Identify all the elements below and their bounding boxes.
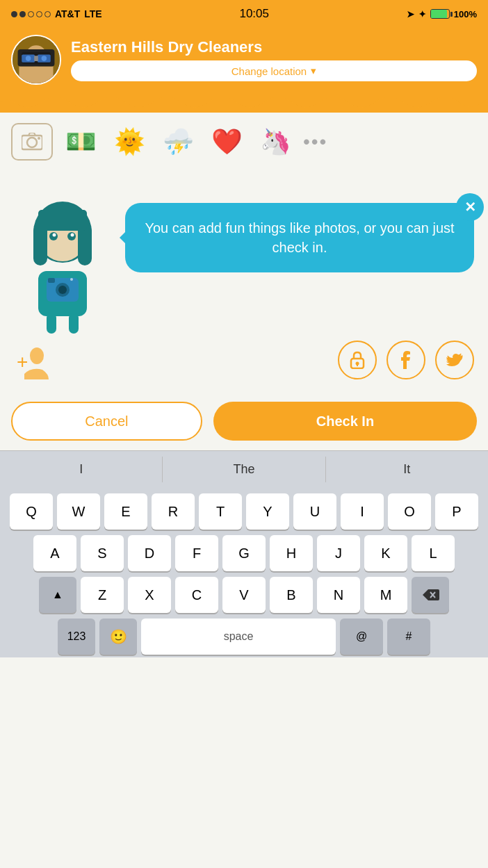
change-location-button[interactable]: Change location ▾ bbox=[71, 60, 477, 81]
key-d[interactable]: D bbox=[128, 535, 171, 571]
svg-rect-2 bbox=[19, 66, 53, 85]
wave-divider bbox=[0, 92, 488, 113]
avatar bbox=[11, 35, 61, 85]
key-v[interactable]: V bbox=[222, 577, 266, 613]
svg-rect-7 bbox=[34, 56, 38, 61]
svg-point-11 bbox=[27, 138, 37, 147]
key-y[interactable]: Y bbox=[246, 493, 289, 530]
svg-point-20 bbox=[53, 234, 56, 237]
key-w[interactable]: W bbox=[57, 493, 100, 530]
key-s[interactable]: S bbox=[81, 535, 124, 571]
checkin-button[interactable]: Check In bbox=[213, 402, 477, 441]
speech-bubble: ✕ You can add fun things like photos, or… bbox=[125, 203, 474, 272]
key-f[interactable]: F bbox=[175, 535, 218, 571]
camera-sticker[interactable] bbox=[11, 123, 53, 161]
key-x[interactable]: X bbox=[128, 577, 171, 613]
svg-point-25 bbox=[58, 286, 67, 294]
predictive-word-the[interactable]: The bbox=[163, 457, 325, 482]
key-r[interactable]: R bbox=[152, 493, 195, 530]
change-location-label: Change location bbox=[231, 65, 307, 77]
avatar-image bbox=[13, 36, 60, 83]
close-bubble-button[interactable]: ✕ bbox=[456, 193, 484, 221]
key-e[interactable]: E bbox=[104, 493, 147, 530]
svg-point-21 bbox=[71, 234, 74, 237]
keyboard: Q W E R T Y U I O P A S D F G H J K L ▲ … bbox=[0, 488, 488, 657]
predictive-word-it[interactable]: It bbox=[326, 457, 488, 482]
numbers-key[interactable]: 123 bbox=[58, 619, 95, 655]
header-info: Eastern Hills Dry Cleaners Change locati… bbox=[71, 38, 477, 81]
location-arrow-icon: ➤ bbox=[407, 9, 414, 19]
keyboard-row-2: A S D F G H J K L bbox=[3, 535, 485, 571]
time-display: 10:05 bbox=[239, 7, 269, 21]
svg-rect-28 bbox=[47, 313, 56, 334]
status-bar: AT&T LTE 10:05 ➤ ✦ 100% bbox=[0, 0, 488, 28]
key-p[interactable]: P bbox=[435, 493, 478, 530]
key-a[interactable]: A bbox=[33, 535, 76, 571]
delete-key[interactable] bbox=[412, 577, 449, 613]
key-j[interactable]: J bbox=[317, 535, 360, 571]
key-o[interactable]: O bbox=[388, 493, 431, 530]
key-l[interactable]: L bbox=[412, 535, 455, 571]
character-figure bbox=[14, 196, 111, 335]
key-n[interactable]: N bbox=[317, 577, 360, 613]
key-h[interactable]: H bbox=[270, 535, 313, 571]
shift-key[interactable]: ▲ bbox=[39, 577, 76, 613]
svg-rect-26 bbox=[48, 278, 55, 283]
privacy-lock-button[interactable] bbox=[338, 341, 377, 379]
signal-dots bbox=[11, 11, 51, 17]
bluetooth-icon: ✦ bbox=[418, 9, 426, 19]
key-q[interactable]: Q bbox=[10, 493, 53, 530]
unicorn-sticker[interactable]: 🦄 bbox=[254, 121, 296, 163]
key-z[interactable]: Z bbox=[81, 577, 124, 613]
key-t[interactable]: T bbox=[199, 493, 242, 530]
location-name: Eastern Hills Dry Cleaners bbox=[71, 38, 477, 56]
sticker-bar: 💵 🌞 ⛈️ ❤️ 🦄 ••• bbox=[0, 113, 488, 171]
svg-point-27 bbox=[70, 278, 73, 281]
predictive-bar: I The It bbox=[0, 450, 488, 488]
space-key[interactable]: space bbox=[141, 619, 336, 655]
dropdown-icon: ▾ bbox=[311, 65, 316, 77]
svg-point-8 bbox=[26, 56, 31, 61]
svg-point-12 bbox=[38, 137, 40, 140]
more-stickers-button[interactable]: ••• bbox=[303, 131, 327, 153]
predictive-word-i[interactable]: I bbox=[0, 457, 163, 482]
key-g[interactable]: G bbox=[222, 535, 266, 571]
facebook-share-button[interactable] bbox=[387, 341, 425, 379]
heart-sticker[interactable]: ❤️ bbox=[206, 121, 247, 163]
battery-icon bbox=[430, 9, 450, 19]
network-label: LTE bbox=[84, 8, 101, 19]
keyboard-row-3: ▲ Z X C V B N M bbox=[3, 577, 485, 613]
key-m[interactable]: M bbox=[364, 577, 407, 613]
speech-text: You can add fun things like photos, or y… bbox=[140, 218, 459, 257]
svg-rect-17 bbox=[38, 210, 87, 231]
svg-point-31 bbox=[30, 347, 44, 364]
svg-text:+: + bbox=[17, 351, 28, 372]
action-buttons: Cancel Check In bbox=[0, 393, 488, 450]
header: Eastern Hills Dry Cleaners Change locati… bbox=[0, 28, 488, 92]
hash-key[interactable]: # bbox=[387, 619, 430, 655]
status-left: AT&T LTE bbox=[11, 8, 102, 19]
character-area: ✕ You can add fun things like photos, or… bbox=[14, 196, 474, 335]
at-key[interactable]: @ bbox=[340, 619, 383, 655]
cancel-button[interactable]: Cancel bbox=[11, 402, 202, 441]
svg-point-9 bbox=[42, 56, 47, 61]
key-c[interactable]: C bbox=[175, 577, 218, 613]
svg-rect-29 bbox=[69, 313, 79, 334]
sun-sticker[interactable]: 🌞 bbox=[108, 121, 150, 163]
keyboard-bottom-row: 123 🙂 space @ # bbox=[3, 619, 485, 655]
battery-percent: 100% bbox=[454, 9, 477, 19]
emoji-key[interactable]: 🙂 bbox=[99, 619, 137, 655]
main-content: ✕ You can add fun things like photos, or… bbox=[0, 171, 488, 393]
social-row bbox=[338, 341, 474, 379]
storm-sticker[interactable]: ⛈️ bbox=[157, 121, 199, 163]
money-sticker[interactable]: 💵 bbox=[60, 121, 101, 163]
key-b[interactable]: B bbox=[270, 577, 313, 613]
header-top: Eastern Hills Dry Cleaners Change locati… bbox=[11, 35, 477, 92]
carrier-label: AT&T bbox=[55, 8, 80, 19]
key-u[interactable]: U bbox=[293, 493, 336, 530]
keyboard-row-1: Q W E R T Y U I O P bbox=[3, 493, 485, 530]
key-i[interactable]: I bbox=[341, 493, 384, 530]
key-k[interactable]: K bbox=[364, 535, 407, 571]
add-friend-button[interactable]: + bbox=[14, 342, 51, 379]
twitter-share-button[interactable] bbox=[435, 341, 474, 379]
